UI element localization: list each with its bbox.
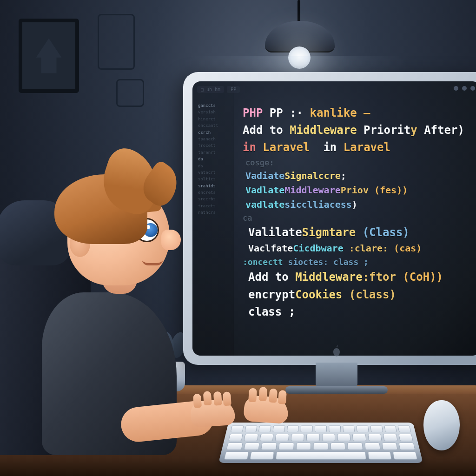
editor-sidebar: ganccts versioh hinerct encsantt csrch t… [192,81,234,356]
monitor: □ uh hm PP ganccts versioh hinerct encsa… [183,72,476,365]
code-token: :clare: [349,243,388,254]
code-editor-screen: □ uh hm PP ganccts versioh hinerct encsa… [192,81,476,356]
code-content: PHP PP :· kanlike – Add to Middleware Pr… [234,81,476,356]
sidebar-item: srahids [196,183,230,189]
sidebar-item: tracets [196,203,230,209]
sidebar-item: da [196,156,230,162]
code-token: Sigmtare [302,226,356,239]
code-token: Vadiate [245,170,284,181]
sidebar-item: nathcrs [196,209,230,216]
code-token: ; [341,170,346,181]
sidebar-item: vatecrt [196,169,230,176]
sidebar-item: ganccts [196,102,230,109]
sidebar-item: frocett [196,142,230,149]
window-button-icon [470,86,475,91]
code-token: Middleware [295,271,363,284]
code-token: PP :· [270,106,303,119]
code-token: Vaclfate [248,243,293,254]
code-token: kanlike – [310,106,370,119]
code-token: sioctes: class ; [288,257,369,267]
code-token: class ; [243,304,474,321]
code-token: in [323,141,337,154]
sidebar-item: versioh [196,109,230,115]
code-token: (fes)) [374,185,408,196]
code-token: Add to [248,271,289,284]
sidebar-item: tarenrt [196,149,230,156]
keyboard [218,423,423,463]
window-buttons [454,86,475,91]
code-token: encrypt [248,288,295,301]
code-token: Signalccre [284,170,340,181]
code-token: Priov [341,185,369,196]
editor-tab: □ uh hm [197,86,224,93]
code-token: ) [352,199,357,210]
code-token: Middleware [284,185,340,196]
sidebar-item: encrets [196,189,230,196]
wall-decor-line [116,79,144,107]
code-token: (CoH)) [403,271,443,284]
sidebar-item: csrch [196,129,230,136]
window-button-icon [462,86,467,91]
code-token: in [243,141,256,154]
editor-tab: PP [227,86,240,93]
window-button-icon [454,86,458,91]
code-token: Laravel [263,141,310,154]
code-token: :oncectt [243,257,283,267]
lamp-bulb [288,46,311,69]
sidebar-item: soltics [196,176,230,182]
monitor-foot [285,386,388,394]
monitor-stand [316,363,357,388]
code-token: Valilate [248,226,302,239]
wall-decor-line [98,14,135,70]
code-token: Cicdbware [293,243,343,254]
code-token: (Class) [363,226,410,239]
code-token: Add to [243,124,283,137]
mouse [423,400,460,450]
code-token: :ftor [363,271,396,284]
sidebar-item: tpanech [196,136,230,142]
code-token: After) [424,124,464,137]
code-token: Priorit [364,124,410,137]
code-token: y [410,124,417,137]
code-token: (cas) [394,243,422,254]
code-token: sicclliacess [284,199,352,210]
sidebar-item: srecrbs [196,196,230,202]
code-token: ca [243,212,474,224]
sidebar-item: ds [196,163,230,169]
editor-tabstrip: □ uh hm PP [197,84,476,94]
plant-pot [148,362,185,391]
code-token: vadlate [245,199,284,210]
code-token: Middleware [290,124,357,137]
code-token: cosge: [243,157,474,169]
code-token: Vadlate [245,185,284,196]
code-token: Laravel [344,141,390,154]
code-token: PHP [243,106,263,119]
sidebar-item: hinerct [196,116,230,122]
wall-art-frame [19,19,79,93]
sidebar-item: encsantt [196,122,230,129]
code-token: Cookies [295,288,342,301]
code-token: (class) [349,288,396,301]
